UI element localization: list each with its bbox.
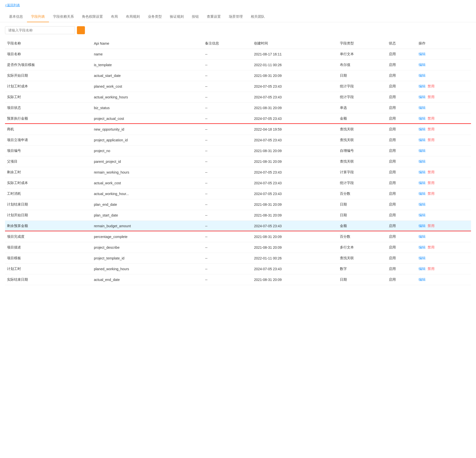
api-name: remain_working_hours	[92, 167, 203, 178]
field-name: 项目编号	[5, 146, 92, 156]
tab-teams[interactable]: 相关团队	[247, 11, 269, 22]
action-cell: 编辑	[417, 199, 471, 210]
edit-action[interactable]: 编辑	[419, 170, 426, 174]
created-time: 2024-07-05 23:43	[252, 221, 338, 231]
table-row: 商机new_opportunity_id--2022-04-18 19:59查找…	[5, 124, 471, 135]
edit-action[interactable]: 编辑	[419, 267, 426, 271]
edit-action[interactable]: 编辑	[419, 234, 426, 238]
table-header: 字段名称Api Name备注信息创建时间字段类型状态操作	[5, 38, 471, 49]
table-row: 实际开始日期actual_start_date--2021-08-31 20:0…	[5, 70, 471, 81]
action-cell: 编辑	[417, 253, 471, 264]
remark: --	[203, 199, 252, 210]
edit-action[interactable]: 编辑	[419, 192, 426, 196]
api-name: is_template	[92, 60, 203, 70]
disable-action[interactable]: 禁用	[428, 95, 435, 99]
table-row: 是否作为项目模板is_template--2022-01-11 00:26布尔值…	[5, 60, 471, 70]
action-cell: 编辑	[417, 49, 471, 60]
remark: --	[203, 178, 252, 189]
field-status: 启用	[387, 81, 417, 92]
field-type: 百分数	[338, 189, 387, 199]
table-header-cell: Api Name	[92, 38, 203, 49]
api-name: planed_work_cost	[92, 81, 203, 92]
field-status: 启用	[387, 70, 417, 81]
edit-action[interactable]: 编辑	[419, 127, 426, 131]
api-name: actual_start_date	[92, 70, 203, 81]
table-row: 实际工时actual_working_hours--2024-07-05 23:…	[5, 92, 471, 103]
tab-deps[interactable]: 字段依赖关系	[49, 11, 78, 22]
tab-biz_type[interactable]: 业务类型	[144, 11, 166, 22]
edit-action[interactable]: 编辑	[419, 116, 426, 120]
disable-action[interactable]: 禁用	[428, 181, 435, 185]
field-type: 统计字段	[338, 92, 387, 103]
edit-action[interactable]: 编辑	[419, 277, 426, 281]
tab-buttons[interactable]: 按钮	[188, 11, 203, 22]
api-name: remain_budget_amount	[92, 221, 203, 231]
edit-action[interactable]: 编辑	[419, 202, 426, 206]
edit-action[interactable]: 编辑	[419, 52, 426, 56]
edit-action[interactable]: 编辑	[419, 73, 426, 77]
disable-action[interactable]: 禁用	[428, 138, 435, 142]
table-header-cell: 创建时间	[252, 38, 338, 49]
table-row: 计划结束日期plan_end_date--2021-08-31 20:09日期启…	[5, 199, 471, 210]
tab-layout_rules[interactable]: 布局规则	[122, 11, 144, 22]
remark: --	[203, 231, 252, 242]
tab-dedup[interactable]: 查重设置	[203, 11, 225, 22]
remark: --	[203, 135, 252, 146]
tab-layout[interactable]: 布局	[107, 11, 122, 22]
tab-validation[interactable]: 验证规则	[166, 11, 188, 22]
edit-action[interactable]: 编辑	[419, 181, 426, 185]
remark: --	[203, 264, 252, 274]
disable-action[interactable]: 禁用	[428, 267, 435, 271]
disable-action[interactable]: 禁用	[428, 192, 435, 196]
edit-action[interactable]: 编辑	[419, 106, 426, 110]
field-type: 统计字段	[338, 81, 387, 92]
field-status: 启用	[387, 274, 417, 285]
field-status: 启用	[387, 156, 417, 167]
tab-roles[interactable]: 角色权限设置	[78, 11, 107, 22]
edit-action[interactable]: 编辑	[419, 95, 426, 99]
tab-fields[interactable]: 字段列表	[27, 11, 49, 22]
field-status: 启用	[387, 146, 417, 156]
field-status: 启用	[387, 60, 417, 70]
back-link[interactable]: <返回列表	[0, 0, 476, 7]
disable-action[interactable]: 禁用	[428, 116, 435, 120]
edit-action[interactable]: 编辑	[419, 138, 426, 142]
edit-action[interactable]: 编辑	[419, 256, 426, 260]
edit-action[interactable]: 编辑	[419, 224, 426, 228]
table-row: 工时消耗actual_working_hour...--2024-07-05 2…	[5, 189, 471, 199]
edit-action[interactable]: 编辑	[419, 149, 426, 153]
field-status: 启用	[387, 242, 417, 253]
edit-action[interactable]: 编辑	[419, 245, 426, 249]
field-name: 计划开始日期	[5, 210, 92, 221]
table-row: 父项目parent_project_id--2021-08-31 20:09查找…	[5, 156, 471, 167]
edit-action[interactable]: 编辑	[419, 63, 426, 67]
disable-action[interactable]: 禁用	[428, 84, 435, 88]
created-time: 2024-07-05 23:43	[252, 113, 338, 124]
table-row: 计划工时成本planed_work_cost--2024-07-05 23:43…	[5, 81, 471, 92]
edit-action[interactable]: 编辑	[419, 213, 426, 217]
field-name: 商机	[5, 124, 92, 135]
edit-action[interactable]: 编辑	[419, 159, 426, 163]
field-table: 字段名称Api Name备注信息创建时间字段类型状态操作 项目名称name--2…	[5, 38, 471, 285]
search-button[interactable]	[77, 26, 85, 34]
created-time: 2022-01-11 00:26	[252, 253, 338, 264]
tab-basic[interactable]: 基本信息	[5, 11, 27, 22]
field-name: 计划结束日期	[5, 199, 92, 210]
table-row: 剩余预算金额remain_budget_amount--2024-07-05 2…	[5, 221, 471, 231]
created-time: 2021-08-31 20:09	[252, 242, 338, 253]
tab-scenes[interactable]: 场景管理	[225, 11, 247, 22]
api-name: actual_end_date	[92, 274, 203, 285]
table-row: 项目编号project_no--2021-08-31 20:09自增编号启用编辑	[5, 146, 471, 156]
disable-action[interactable]: 禁用	[428, 224, 435, 228]
remark: --	[203, 49, 252, 60]
action-cell: 编辑禁用	[417, 242, 471, 253]
disable-action[interactable]: 禁用	[428, 170, 435, 174]
action-cell: 编辑禁用	[417, 124, 471, 135]
search-input[interactable]	[5, 26, 75, 34]
disable-action[interactable]: 禁用	[428, 245, 435, 249]
created-time: 2024-07-05 23:43	[252, 167, 338, 178]
remark: --	[203, 221, 252, 231]
disable-action[interactable]: 禁用	[428, 127, 435, 131]
created-time: 2024-07-05 23:43	[252, 178, 338, 189]
edit-action[interactable]: 编辑	[419, 84, 426, 88]
